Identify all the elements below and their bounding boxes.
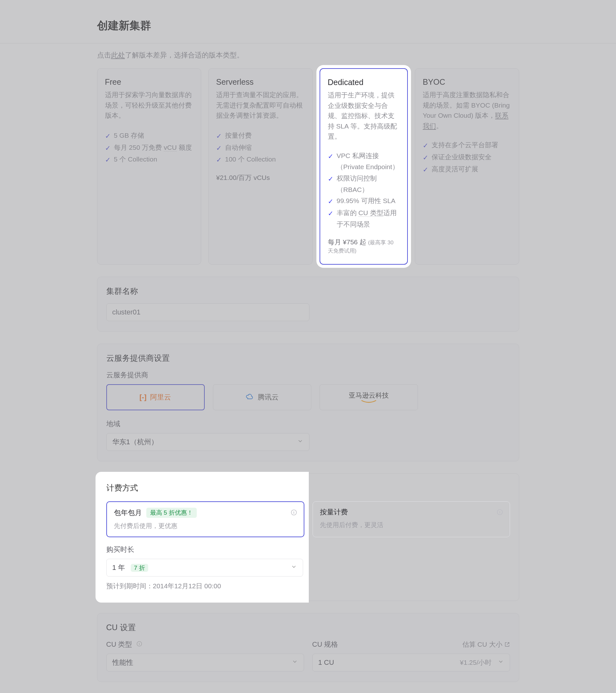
cu-type-value: 性能性: [112, 658, 133, 667]
check-icon: ✓: [328, 208, 334, 219]
duration-label: 购买时长: [106, 545, 510, 554]
info-icon[interactable]: [136, 641, 142, 649]
billing-prepaid-desc: 先付费后使用，更优惠: [114, 522, 297, 530]
check-icon: ✓: [328, 196, 334, 207]
hint-suffix: 了解版本差异，选择合适的版本类型。: [125, 51, 244, 59]
check-icon: ✓: [105, 142, 111, 154]
cu-section: CU 设置 CU 类型 性能性: [97, 613, 519, 682]
feature-text: 99.95% 可用性 SLA: [337, 195, 396, 206]
check-icon: ✓: [423, 140, 429, 151]
check-icon: ✓: [216, 154, 222, 166]
aws-icon: [361, 400, 377, 403]
plan-title-serverless: Serverless: [216, 77, 305, 87]
hint-prefix: 点击: [97, 51, 111, 59]
check-icon: ✓: [105, 154, 111, 166]
plan-row: Free 适用于探索学习向量数据库的场景，可轻松升级至其他付费版本。 ✓5 GB…: [97, 68, 519, 265]
estimate-cu-link[interactable]: 估算 CU 大小: [462, 640, 510, 649]
cloud-provider-section: 云服务提供商设置 云服务提供商 [-] 阿里云 腾讯云 亚马逊云科技: [97, 344, 519, 461]
plan-price-dedicated: 每月 ¥756 起 (最高享 30 天免费试用): [328, 238, 400, 255]
info-icon[interactable]: [291, 508, 297, 518]
info-icon[interactable]: [496, 508, 503, 518]
provider-aliyun[interactable]: [-] 阿里云: [106, 384, 205, 410]
chevron-down-icon: [291, 563, 297, 572]
cu-spec-price: ¥1.25/小时: [460, 658, 492, 667]
byoc-desc-suffix: 。: [436, 122, 443, 130]
chevron-down-icon: [498, 658, 504, 667]
cluster-name-title: 集群名称: [106, 286, 510, 296]
provider-label-aliyun: 阿里云: [150, 393, 171, 402]
billing-section: 计费方式 包年包月 最高 5 折优惠！ 先付费后使用，更优惠: [97, 473, 519, 601]
plan-features-serverless: ✓按量付费 ✓自动伸缩 ✓100 个 Collection: [216, 130, 305, 166]
check-icon: ✓: [328, 173, 334, 185]
provider-section-title: 云服务提供商设置: [106, 353, 510, 363]
cu-spec-label: CU 规格: [312, 640, 338, 649]
plan-card-serverless[interactable]: Serverless 适用于查询量不固定的应用。无需进行复杂配置即可自动根据业务…: [208, 68, 313, 265]
check-icon: ✓: [216, 142, 222, 154]
cluster-name-section: 集群名称: [97, 277, 519, 332]
expire-line: 预计到期时间：2014年12月12日 00:00: [106, 582, 510, 591]
feature-text: 保证企业级数据安全: [432, 151, 492, 163]
expire-label: 预计到期时间：: [106, 582, 153, 590]
plan-desc-byoc: 适用于高度注重数据隐私和合规的场景。如需 BYOC (Bring Your Ow…: [423, 90, 511, 131]
plan-features-free: ✓5 GB 存储 ✓每月 250 万免费 vCU 额度 ✓5 个 Collect…: [105, 130, 194, 166]
billing-title: 计费方式: [106, 483, 510, 493]
billing-postpaid-desc: 先使用后付费，更灵活: [320, 521, 503, 529]
chevron-down-icon: [292, 658, 298, 667]
billing-postpaid-title: 按量计费: [320, 507, 348, 517]
page-title: 创建新集群: [97, 18, 519, 33]
feature-text: 支持在多个云平台部署: [432, 139, 498, 151]
cluster-name-input[interactable]: [106, 303, 310, 321]
duration-discount-tag: 7 折: [131, 564, 148, 572]
region-label: 地域: [106, 419, 510, 429]
discount-badge: 最高 5 折优惠！: [146, 508, 197, 518]
feature-text: 5 个 Collection: [114, 154, 157, 165]
cu-type-label: CU 类型: [106, 640, 142, 649]
feature-text: 丰富的 CU 类型适用于不同场景: [337, 207, 400, 230]
plan-price-serverless: ¥21.00/百万 vCUs: [216, 173, 305, 182]
plan-card-free[interactable]: Free 适用于探索学习向量数据库的场景，可轻松升级至其他付费版本。 ✓5 GB…: [97, 68, 201, 265]
provider-row: [-] 阿里云 腾讯云 亚马逊云科技: [106, 384, 510, 410]
billing-postpaid[interactable]: 按量计费 先使用后付费，更灵活: [313, 501, 510, 537]
cu-spec-select[interactable]: 1 CU ¥1.25/小时: [312, 654, 510, 671]
version-hint: 点击此处了解版本差异，选择合适的版本类型。: [97, 51, 519, 60]
check-icon: ✓: [328, 151, 334, 162]
cu-section-title: CU 设置: [106, 622, 510, 633]
provider-label-tencent: 腾讯云: [258, 393, 279, 402]
provider-aws[interactable]: 亚马逊云科技: [320, 384, 418, 410]
plan-title-dedicated: Dedicated: [328, 78, 400, 87]
provider-label: 云服务提供商: [106, 370, 510, 380]
feature-text: 5 GB 存储: [114, 130, 144, 141]
feature-text: 自动伸缩: [225, 142, 252, 153]
price-prefix: 每月 ¥756 起: [328, 238, 366, 245]
external-link-icon: [504, 641, 510, 647]
billing-prepaid[interactable]: 包年包月 最高 5 折优惠！ 先付费后使用，更优惠: [106, 501, 304, 537]
feature-text: 每月 250 万免费 vCU 额度: [114, 142, 192, 153]
cu-spec-value: 1 CU: [318, 658, 334, 667]
plan-title-free: Free: [105, 77, 194, 87]
aliyun-icon: [-]: [140, 393, 146, 401]
feature-text: 权限访问控制（RBAC）: [337, 173, 400, 195]
tencent-icon: [246, 393, 254, 401]
duration-value: 1 年: [112, 563, 125, 572]
provider-label-aws: 亚马逊云科技: [349, 391, 389, 400]
plan-card-dedicated[interactable]: Dedicated 适用于生产环境，提供企业级数据安全与合规、监控指标、技术支持…: [320, 68, 408, 265]
feature-text: VPC 私网连接（Private Endpoint）: [337, 150, 400, 173]
version-diff-link[interactable]: 此处: [111, 51, 125, 59]
chevron-down-icon: [297, 438, 303, 446]
plan-desc-serverless: 适用于查询量不固定的应用。无需进行复杂配置即可自动根据业务调整计算资源。: [216, 90, 305, 121]
region-value: 华东1（杭州）: [112, 437, 158, 447]
provider-tencent[interactable]: 腾讯云: [213, 384, 311, 410]
check-icon: ✓: [105, 131, 111, 142]
check-icon: ✓: [216, 131, 222, 142]
plan-card-byoc[interactable]: BYOC 适用于高度注重数据隐私和合规的场景。如需 BYOC (Bring Yo…: [415, 68, 519, 265]
plan-features-byoc: ✓支持在多个云平台部署 ✓保证企业级数据安全 ✓高度灵活可扩展: [423, 139, 511, 175]
feature-text: 高度灵活可扩展: [432, 163, 478, 175]
feature-text: 100 个 Collection: [225, 154, 276, 165]
expire-value: 2014年12月12日 00:00: [153, 582, 221, 590]
plan-title-byoc: BYOC: [423, 77, 511, 87]
duration-select[interactable]: 1 年 7 折: [106, 559, 303, 577]
region-select[interactable]: 华东1（杭州）: [106, 433, 310, 451]
cu-type-select[interactable]: 性能性: [106, 654, 304, 671]
check-icon: ✓: [423, 152, 429, 163]
plan-features-dedicated: ✓VPC 私网连接（Private Endpoint） ✓权限访问控制（RBAC…: [328, 150, 400, 230]
